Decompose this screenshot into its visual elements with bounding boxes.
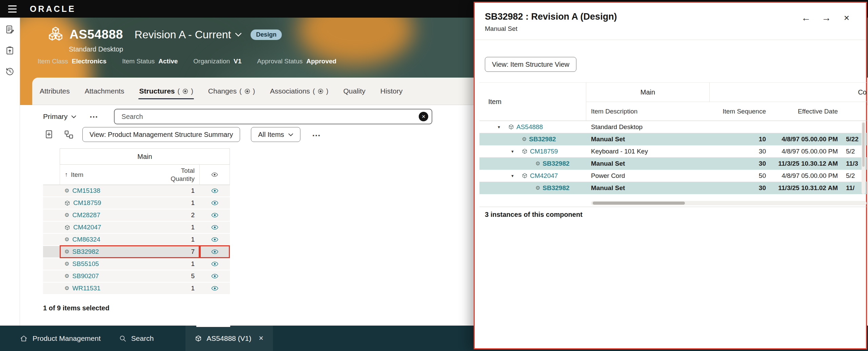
product-management-home[interactable]: Product Management (20, 334, 101, 343)
taskbar-search[interactable]: Search (119, 334, 154, 343)
item-link[interactable]: WR11531 (72, 285, 100, 292)
column-item-sequence[interactable]: Item Sequence (710, 102, 771, 121)
eye-button[interactable] (211, 188, 218, 193)
item-scope-dropdown[interactable]: All Items (251, 127, 300, 142)
meta-label: Approval Status (257, 58, 302, 65)
column-item-description[interactable]: Item Description (586, 102, 710, 121)
meta-value: Electronics (72, 58, 106, 65)
tab-history[interactable]: History (373, 78, 410, 105)
vertical-scrollbar[interactable] (862, 122, 865, 194)
item-link[interactable]: CM18759 (73, 199, 101, 207)
column-header-row: ↑Item Total Quantity (43, 165, 230, 185)
search-box: × (114, 109, 432, 124)
column-effective-date[interactable]: Effective Date (771, 102, 843, 121)
revision-dropdown[interactable]: Revision A - Current (135, 28, 242, 41)
item-link[interactable]: SB32982 (72, 248, 99, 255)
item-cubes-icon (48, 26, 63, 43)
eye-button[interactable] (211, 201, 218, 205)
left-sidebar (0, 18, 20, 326)
effective-date-cell: 4/8/97 05.00.00 PM (771, 145, 843, 157)
item-row-CM42047[interactable]: CM42047 1 (43, 222, 230, 234)
hamburger-menu-button[interactable] (5, 3, 19, 15)
meta-value: Approved (306, 58, 336, 65)
tab-structures[interactable]: Structures() (132, 78, 200, 105)
structure-items-table: Main ↑Item Total Quantity ⚙CM15138 1 CM1… (43, 148, 230, 295)
close-panel-button[interactable]: × (840, 11, 854, 25)
item-row-CM86324[interactable]: ⚙CM86324 1 (43, 234, 230, 246)
tab-quality[interactable]: Quality (336, 78, 373, 105)
eye-button[interactable] (211, 249, 218, 254)
item-link[interactable]: CM28287 (72, 211, 100, 219)
hierarchy-icon-button[interactable] (63, 128, 75, 141)
instance-row[interactable]: ⚙SB32982 Manual Set 30 11/3/25 10.30.12 … (479, 158, 867, 170)
group-header-main: Main (60, 148, 230, 165)
item-link[interactable]: CM86324 (72, 236, 100, 243)
cube-icon (64, 225, 70, 230)
item-link[interactable]: SB90207 (72, 272, 99, 280)
column-header-total-quantity[interactable]: Total Quantity (161, 165, 199, 185)
column-header-item[interactable]: ↑Item (60, 165, 161, 185)
next-instance-button[interactable]: → (819, 11, 833, 25)
scrollbar-thumb[interactable] (593, 202, 685, 205)
item-row-SB90207[interactable]: ⚙SB90207 5 (43, 270, 230, 283)
item-link[interactable]: SB32982 (542, 160, 569, 167)
sidebar-checkin-button[interactable] (3, 43, 17, 58)
item-row-CM18759[interactable]: CM18759 1 (43, 197, 230, 209)
table-more-button[interactable]: … (312, 128, 321, 139)
item-row-CM28287[interactable]: ⚙CM28287 2 (43, 209, 230, 222)
total-quantity-cell: 1 (161, 258, 199, 270)
tab-associations[interactable]: Associations() (262, 78, 336, 105)
structure-select-dropdown[interactable]: Primary (43, 112, 76, 121)
group-header-row: Main (43, 148, 230, 165)
instance-row[interactable]: ▼AS54888 Standard Desktop (479, 121, 867, 133)
cube-icon (195, 335, 202, 342)
item-link[interactable]: SB32982 (542, 184, 569, 192)
filter-more-button[interactable]: … (89, 109, 98, 120)
eye-button[interactable] (211, 237, 218, 242)
gear-icon: ⚙ (535, 161, 540, 166)
view-summary-button[interactable]: View: Product Management Structure Summa… (82, 127, 240, 142)
tab-attachments[interactable]: Attachments (77, 78, 132, 105)
item-link[interactable]: CM42047 (73, 224, 101, 231)
create-item-icon-button[interactable] (43, 128, 55, 141)
eye-button[interactable] (211, 225, 218, 230)
item-row-SB55105[interactable]: ⚙SB55105 1 (43, 258, 230, 270)
item-link[interactable]: CM42047 (530, 172, 558, 180)
meta-label: Item Status (122, 58, 155, 65)
tab-attributes[interactable]: Attributes (32, 78, 77, 105)
collapse-caret-icon[interactable]: ▼ (511, 174, 519, 178)
eye-button[interactable] (211, 286, 218, 291)
clear-search-button[interactable]: × (419, 112, 428, 121)
collapse-caret-icon[interactable]: ▼ (497, 125, 506, 129)
eye-button[interactable] (211, 213, 218, 218)
search-icon (119, 335, 126, 342)
open-item-tab[interactable]: AS54888 (V1) × (185, 326, 273, 351)
close-tab-icon[interactable]: × (259, 334, 263, 343)
horizontal-scrollbar[interactable] (591, 201, 867, 205)
item-link[interactable]: AS54888 (516, 123, 543, 131)
item-row-WR11531[interactable]: ⚙WR11531 1 (43, 283, 230, 295)
item-link[interactable]: SB55105 (72, 260, 99, 268)
previous-instance-button[interactable]: ← (799, 11, 813, 25)
search-input[interactable] (121, 112, 419, 121)
component-detail-panel: SB32982 : Revision A (Design) Manual Set… (474, 2, 867, 349)
item-row-SB32982[interactable]: ⚙SB32982 7 (43, 246, 230, 258)
instance-row[interactable]: ⚙SB32982 Manual Set 10 4/8/97 05.00.00 P… (479, 133, 867, 145)
item-structure-view-button[interactable]: View: Item Structure View (485, 57, 576, 72)
sidebar-history-button[interactable] (3, 64, 17, 79)
instance-row[interactable]: ▼CM42047 Power Cord 50 4/8/97 05.00.00 P… (479, 170, 867, 182)
item-link[interactable]: CM18759 (530, 148, 558, 155)
item-link[interactable]: CM15138 (72, 187, 100, 194)
revision-label: Revision A - Current (135, 28, 231, 41)
sidebar-tasks-button[interactable] (3, 22, 17, 37)
scrollbar-thumb[interactable] (862, 123, 865, 167)
eye-button[interactable] (211, 262, 218, 266)
item-link[interactable]: SB32982 (529, 136, 556, 143)
instance-row[interactable]: ⚙SB32982 Manual Set 30 11/3/25 10.31.02 … (479, 182, 867, 194)
item-row-CM15138[interactable]: ⚙CM15138 1 (43, 185, 230, 197)
tab-changes[interactable]: Changes() (201, 78, 262, 105)
collapse-caret-icon[interactable]: ▼ (511, 149, 519, 153)
instance-row[interactable]: ▼CM18759 Keyboard - 101 Key 30 4/8/97 05… (479, 145, 867, 158)
eye-button[interactable] (211, 274, 218, 278)
column-header-visibility[interactable] (199, 165, 230, 185)
